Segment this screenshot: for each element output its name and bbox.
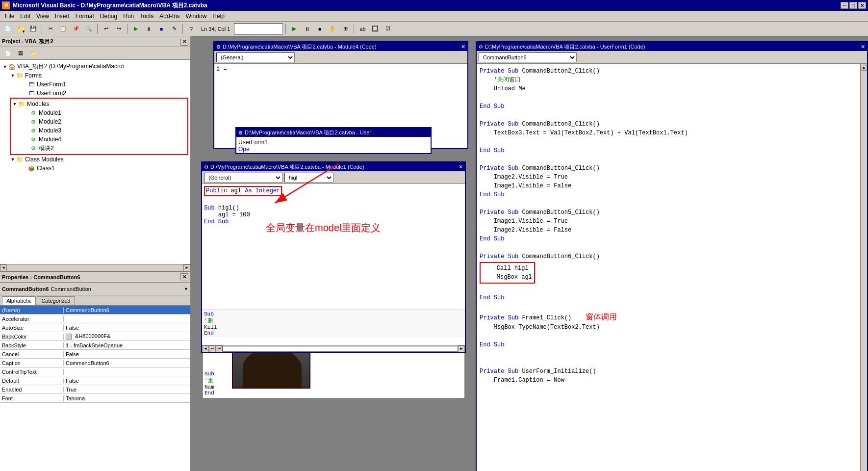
menu-help[interactable]: Help (209, 12, 228, 21)
save-btn[interactable]: 💾 (27, 23, 39, 35)
properties-panel-close[interactable]: ✕ (180, 273, 188, 281)
minimize-btn[interactable]: ─ (841, 2, 848, 9)
uf1-scroll-up[interactable]: ▲ (861, 64, 867, 71)
uf1-close[interactable]: ✕ (861, 44, 865, 50)
menu-format[interactable]: Format (73, 12, 97, 21)
sep5 (285, 24, 286, 34)
undo-btn[interactable]: ↩ (100, 23, 112, 35)
module1-highlighted-line: Public agl As Integer (204, 186, 282, 196)
redo-btn[interactable]: ↪ (113, 23, 125, 35)
tree-modules-label: Modules (27, 101, 49, 107)
prop-cancel-row[interactable]: Cancel False (0, 350, 190, 359)
btn-c[interactable]: ☑ (382, 23, 394, 35)
tree-class-modules-folder[interactable]: ▼ 📁 Class Modules (10, 155, 188, 164)
prop-font-row[interactable]: Font Tahoma (0, 394, 190, 403)
m1-outdent-btn[interactable]: ⇥ (216, 345, 223, 352)
menu-view[interactable]: View (33, 12, 52, 21)
menu-window[interactable]: Window (183, 12, 210, 21)
open-btn[interactable]: 📁 ▼ (15, 23, 26, 35)
module1-bottom-code: Sub '删 Kill End (202, 310, 465, 337)
pause-btn2[interactable]: ⏸ (301, 23, 313, 35)
tree-userform1[interactable]: 🗔 UserForm1 (22, 80, 188, 89)
btn-b[interactable]: 🔲 (369, 23, 381, 35)
toggle-folders-btn[interactable]: 📁 (27, 48, 39, 59)
module1-obj-selector[interactable]: (General) (204, 173, 282, 183)
m1-scroll-right[interactable]: ► (458, 345, 465, 352)
tree-root[interactable]: ▼ 🏠 VBA_项目2 (D:\MyPrograme\catiaMacro\ (2, 62, 188, 71)
run-btn[interactable]: ▶ (130, 23, 142, 35)
project-scrollbar[interactable]: ◄ ► (0, 264, 190, 271)
uf1-obj-selector[interactable]: CommandButton6 (479, 52, 577, 62)
btn-a[interactable]: ab (357, 23, 368, 35)
prop-enabled-row[interactable]: Enabled True (0, 385, 190, 394)
close-btn[interactable]: ✕ (858, 2, 866, 9)
menu-insert[interactable]: Insert (52, 12, 73, 21)
pause-btn[interactable]: ⏸ (143, 23, 154, 35)
m1-indent-btn[interactable]: ⇤ (209, 345, 216, 352)
ref-btn[interactable]: ⊞ (339, 23, 351, 35)
paste-btn[interactable]: 📌 (70, 23, 82, 35)
module1-toolbar: (General) higl (202, 171, 465, 184)
run-btn2[interactable]: ▶ (288, 23, 300, 35)
module4-close[interactable]: ✕ (461, 44, 465, 50)
forms-folder-icon: 📁 (16, 72, 24, 79)
tree-class1[interactable]: 📦 Class1 (22, 164, 188, 173)
module1-hscrollbar[interactable]: ◄ ⇤ ⇥ ► (202, 345, 465, 352)
prop-default-row[interactable]: Default False (0, 376, 190, 385)
properties-object-selector[interactable]: CommandButton6 CommandButton ▼ (0, 283, 190, 295)
prop-default-value: False (64, 378, 190, 384)
hand-btn[interactable]: ✋ (327, 23, 338, 35)
tree-module4[interactable]: ⚙ Module4 (24, 135, 186, 144)
new-btn[interactable]: 📄 (2, 23, 14, 35)
tree-module2[interactable]: ⚙ Module2 (24, 117, 186, 126)
scroll-right[interactable]: ► (183, 264, 190, 271)
stop-btn2[interactable]: ■ (314, 23, 326, 35)
tree-module1[interactable]: ⚙ Module1 (24, 108, 186, 117)
position-dropdown[interactable] (234, 23, 283, 35)
view-code-btn[interactable]: 📄 (2, 48, 14, 59)
prop-autosize-row[interactable]: AutoSize False (0, 323, 190, 332)
copy-btn[interactable]: 📋 (57, 23, 69, 35)
prop-accelerator-row[interactable]: Accelerator (0, 314, 190, 323)
menu-debug[interactable]: Debug (97, 12, 120, 21)
tab-alphabetic[interactable]: Alphabetic (2, 296, 36, 305)
prop-backstyle-row[interactable]: BackStyle 1 - fmBackStyleOpaque (0, 341, 190, 350)
module1-proc-selector[interactable]: higl (284, 173, 333, 183)
tree-modules-folder[interactable]: ▼ 📁 Modules (12, 100, 186, 108)
project-tree: ▼ 🏠 VBA_项目2 (D:\MyPrograme\catiaMacro\ ▼… (0, 60, 190, 264)
cut-btn[interactable]: ✂ (45, 23, 56, 35)
maximize-btn[interactable]: □ (849, 2, 857, 9)
uf1-code: Private Sub CommandButton2_Click() '关闭窗口… (477, 64, 860, 471)
stop-btn[interactable]: ■ (155, 23, 167, 35)
menu-edit[interactable]: Edit (17, 12, 33, 21)
scroll-left[interactable]: ◄ (0, 264, 7, 271)
userform-sub-window: ⚙ D:\MyPrograme\catiaMacro\VBA 项目2.catvb… (235, 127, 432, 154)
forms-expander: ▼ (10, 73, 16, 78)
tree-module3[interactable]: ⚙ Module3 (24, 126, 186, 135)
help-icon-btn[interactable]: ? (185, 23, 197, 35)
prop-name-label: (Name) (0, 307, 64, 313)
view-object-btn[interactable]: 🖼 (15, 48, 26, 59)
prop-controltiptext-row[interactable]: ControlTipText (0, 367, 190, 376)
menu-addins[interactable]: Add-Ins (156, 12, 182, 21)
menu-file[interactable]: File (2, 12, 17, 21)
menu-run[interactable]: Run (120, 12, 137, 21)
m1-scroll-left[interactable]: ◄ (202, 345, 209, 352)
tab-categorized[interactable]: Categorized (37, 296, 75, 305)
prop-caption-row[interactable]: Caption CommandButton6 (0, 359, 190, 367)
tree-module-kuai2[interactable]: ⚙ 模块2 (24, 144, 186, 153)
menu-tools[interactable]: Tools (137, 12, 156, 21)
module1-close[interactable]: ✕ (459, 164, 463, 170)
tree-forms-folder[interactable]: ▼ 📁 Forms (10, 71, 188, 80)
design-btn[interactable]: ✎ (168, 23, 180, 35)
uf1-vscrollbar[interactable]: ▲ ▼ (860, 64, 867, 471)
project-panel-title: Project - VBA_项目2 (2, 38, 53, 45)
prop-backcolor-row[interactable]: BackColor &H8000000F& (0, 332, 190, 341)
properties-tabs: Alphabetic Categorized (0, 295, 190, 306)
prop-name-row[interactable]: (Name) CommandButton6 (0, 306, 190, 314)
properties-dropdown-arrow[interactable]: ▼ (184, 287, 188, 291)
module4-obj-selector[interactable]: (General) (216, 52, 295, 62)
project-panel-close[interactable]: ✕ (180, 38, 188, 46)
tree-userform2[interactable]: 🗔 UserForm2 (22, 89, 188, 98)
find-btn[interactable]: 🔍 (83, 23, 95, 35)
